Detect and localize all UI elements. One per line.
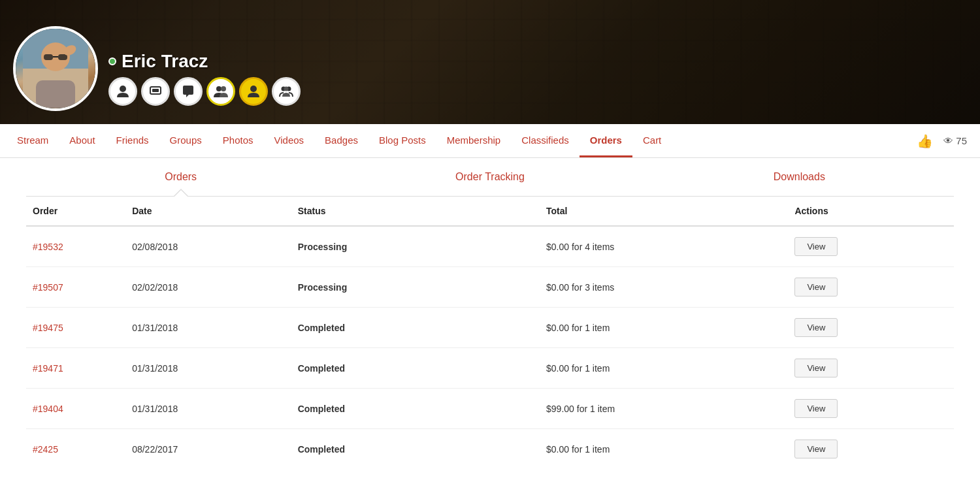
svg-point-11: [216, 86, 221, 91]
order-date: 01/31/2018: [125, 348, 291, 389]
order-status: Completed: [291, 348, 540, 389]
order-status: Completed: [291, 389, 540, 429]
order-date: 01/31/2018: [125, 389, 291, 429]
nav-bar: StreamAboutFriendsGroupsPhotosVideosBadg…: [0, 124, 980, 158]
order-total: $99.00 for 1 item: [540, 389, 788, 429]
order-status: Completed: [291, 429, 540, 470]
user-meta: Eric Tracz: [108, 51, 301, 111]
svg-rect-5: [58, 54, 67, 60]
badge-member2[interactable]: [239, 77, 268, 106]
order-number[interactable]: #19475: [26, 308, 125, 348]
order-actions: View: [788, 226, 954, 267]
order-total: $0.00 for 1 item: [540, 348, 788, 389]
nav-tab-orders[interactable]: Orders: [580, 124, 632, 157]
order-actions: View: [788, 267, 954, 308]
col-header-status: Status: [291, 197, 540, 226]
nav-tab-groups[interactable]: Groups: [159, 124, 212, 157]
order-number[interactable]: #19532: [26, 226, 125, 267]
nav-tab-friends[interactable]: Friends: [106, 124, 159, 157]
order-number[interactable]: #19471: [26, 348, 125, 389]
svg-rect-3: [36, 80, 75, 108]
order-actions: View: [788, 429, 954, 470]
nav-tab-membership[interactable]: Membership: [436, 124, 512, 157]
order-date: 08/22/2017: [125, 429, 291, 470]
sub-tabs: OrdersOrder TrackingDownloads: [26, 158, 954, 197]
nav-tab-blog-posts[interactable]: Blog Posts: [368, 124, 436, 157]
order-number[interactable]: #19404: [26, 389, 125, 429]
view-button[interactable]: View: [794, 237, 838, 256]
svg-point-12: [221, 86, 226, 91]
order-link[interactable]: #19404: [33, 404, 63, 414]
nav-tab-classifieds[interactable]: Classifieds: [511, 124, 580, 157]
order-actions: View: [788, 389, 954, 429]
content-area: OrdersOrder TrackingDownloads Order Date…: [13, 158, 967, 469]
order-date: 01/31/2018: [125, 308, 291, 348]
view-button[interactable]: View: [794, 399, 838, 418]
table-header-row: Order Date Status Total Actions: [26, 197, 954, 226]
table-row: #1947501/31/2018Completed$0.00 for 1 ite…: [26, 308, 954, 348]
order-link[interactable]: #2425: [33, 444, 58, 455]
view-button[interactable]: View: [794, 278, 838, 297]
order-actions: View: [788, 308, 954, 348]
view-button[interactable]: View: [794, 440, 838, 458]
table-row: #242508/22/2017Completed$0.00 for 1 item…: [26, 429, 954, 470]
cover-section: Eric Tracz: [0, 0, 980, 124]
nav-tab-about[interactable]: About: [59, 124, 105, 157]
table-row: #1940401/31/2018Completed$99.00 for 1 it…: [26, 389, 954, 429]
table-row: #1947101/31/2018Completed$0.00 for 1 ite…: [26, 348, 954, 389]
eye-icon: 👁: [943, 135, 953, 146]
order-total: $0.00 for 1 item: [540, 308, 788, 348]
table-head: Order Date Status Total Actions: [26, 197, 954, 226]
sub-tab-orders[interactable]: Orders: [26, 158, 335, 196]
svg-rect-10: [152, 89, 159, 92]
svg-point-8: [120, 86, 126, 92]
badge-enthusiast[interactable]: [108, 77, 137, 106]
avatar: [13, 26, 98, 111]
order-actions: View: [788, 348, 954, 389]
badges-row: [108, 77, 301, 106]
badge-contributor[interactable]: [174, 77, 203, 106]
user-name-row: Eric Tracz: [108, 51, 301, 72]
col-header-total: Total: [540, 197, 788, 226]
sub-tab-order-tracking[interactable]: Order Tracking: [335, 158, 644, 196]
profile-info: Eric Tracz: [13, 26, 301, 111]
order-total: $0.00 for 3 items: [540, 267, 788, 308]
nav-tab-cart[interactable]: Cart: [632, 124, 672, 157]
online-indicator: [108, 57, 116, 65]
order-total: $0.00 for 1 item: [540, 429, 788, 470]
order-link[interactable]: #19507: [33, 282, 63, 293]
nav-tabs: StreamAboutFriendsGroupsPhotosVideosBadg…: [7, 124, 917, 157]
svg-point-16: [284, 87, 289, 91]
badge-group[interactable]: [272, 77, 301, 106]
badge-level-changer[interactable]: [141, 77, 170, 106]
order-number[interactable]: #2425: [26, 429, 125, 470]
order-status: Processing: [291, 267, 540, 308]
badge-member1[interactable]: [206, 77, 235, 106]
order-total: $0.00 for 4 items: [540, 226, 788, 267]
col-header-order: Order: [26, 197, 125, 226]
orders-table: Order Date Status Total Actions #1953202…: [26, 197, 954, 469]
table-body: #1953202/08/2018Processing$0.00 for 4 it…: [26, 226, 954, 469]
svg-point-13: [250, 86, 257, 92]
order-number[interactable]: #19507: [26, 267, 125, 308]
table-row: #1950702/02/2018Processing$0.00 for 3 it…: [26, 267, 954, 308]
order-link[interactable]: #19471: [33, 363, 63, 374]
nav-tab-stream[interactable]: Stream: [7, 124, 59, 157]
svg-rect-4: [44, 54, 53, 60]
nav-tab-badges[interactable]: Badges: [314, 124, 368, 157]
view-button[interactable]: View: [794, 359, 838, 377]
order-link[interactable]: #19532: [33, 242, 63, 252]
order-date: 02/08/2018: [125, 226, 291, 267]
views-count: 75: [956, 135, 967, 146]
sub-tab-downloads[interactable]: Downloads: [645, 158, 954, 196]
order-date: 02/02/2018: [125, 267, 291, 308]
nav-tab-photos[interactable]: Photos: [212, 124, 264, 157]
nav-tab-videos[interactable]: Videos: [264, 124, 315, 157]
view-button[interactable]: View: [794, 318, 838, 337]
order-link[interactable]: #19475: [33, 323, 63, 333]
table-row: #1953202/08/2018Processing$0.00 for 4 it…: [26, 226, 954, 267]
order-status: Processing: [291, 226, 540, 267]
thumb-icon[interactable]: 👍: [917, 133, 933, 149]
order-status: Completed: [291, 308, 540, 348]
views-count-area: 👁 75: [943, 135, 967, 146]
